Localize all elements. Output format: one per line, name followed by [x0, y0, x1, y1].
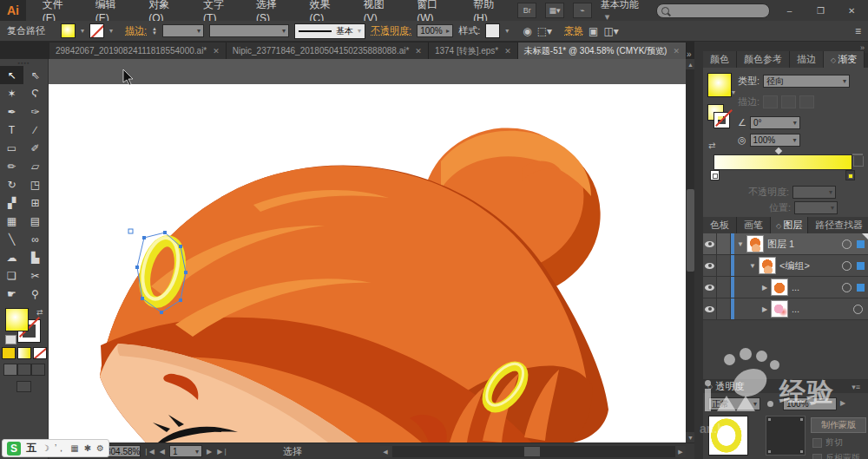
document-tab[interactable]: 29842067_20190824111818554000.ai*✕: [49, 43, 227, 59]
layer-name[interactable]: <编组>: [779, 259, 810, 272]
minimize-button[interactable]: –: [779, 3, 801, 17]
opacity-spinner-icon[interactable]: ▶: [840, 399, 845, 407]
eyedropper-tool[interactable]: ╲: [0, 230, 23, 248]
slice-tool[interactable]: ✂: [23, 266, 47, 285]
tab-swatches[interactable]: 色板: [703, 217, 737, 233]
gradient-stop-end[interactable]: [845, 170, 855, 180]
rectangle-tool[interactable]: ▭: [0, 139, 23, 157]
layer-thumbnail[interactable]: [759, 257, 776, 274]
swap-fill-stroke-icon[interactable]: ⇄: [36, 308, 43, 317]
stroke-within-icon[interactable]: [763, 95, 778, 108]
select-similar-icon[interactable]: ⬚▾: [537, 25, 552, 37]
gradient-angle-field[interactable]: 0°▾: [750, 116, 800, 129]
last-artboard-icon[interactable]: ▶❘: [214, 448, 231, 456]
eraser-tool[interactable]: ▱: [23, 157, 47, 175]
layer-thumbnail[interactable]: [771, 279, 788, 296]
artboard-navigation-field[interactable]: 1▾: [169, 445, 202, 457]
first-artboard-icon[interactable]: ❘◀: [141, 448, 157, 456]
perspective-grid-tool[interactable]: ⊞: [23, 193, 47, 212]
color-button[interactable]: [2, 347, 16, 359]
make-mask-button[interactable]: 制作蒙版: [811, 417, 866, 433]
ime-fullhalf-icon[interactable]: ☽: [42, 443, 49, 453]
expand-open-icon[interactable]: ▼: [748, 262, 757, 270]
invert-mask-checkbox[interactable]: 反相蒙版: [812, 452, 860, 459]
blend-tool[interactable]: ∞: [23, 230, 47, 248]
stroke-weight-stepper[interactable]: ▲▼: [152, 27, 157, 36]
artwork-girl-head[interactable]: [49, 59, 686, 443]
object-thumbnail[interactable]: [708, 416, 748, 456]
target-circle-icon[interactable]: [842, 283, 852, 292]
transparency-opacity-field[interactable]: 100%: [783, 397, 837, 410]
document-tab-active[interactable]: 未标题-51* @ 304.58% (CMYK/预览)✕: [518, 43, 687, 59]
gradient-swatch-dropdown-icon[interactable]: ▾: [732, 89, 735, 96]
transparency-panel-header[interactable]: 透明度 ▾≡: [703, 380, 868, 393]
ime-toolbar[interactable]: S 五 ☽ ’， ▦ ✱ ⚙: [2, 439, 109, 457]
visibility-eye-icon[interactable]: [703, 298, 717, 319]
gradient-midpoint-icon[interactable]: [775, 148, 782, 154]
style-dropdown-icon[interactable]: ▾: [505, 27, 509, 35]
lasso-tool[interactable]: Ϛ: [23, 84, 47, 102]
magic-wand-tool[interactable]: ✶: [0, 84, 23, 102]
recolor-artwork-icon[interactable]: ◉: [523, 25, 531, 37]
selection-square[interactable]: [857, 240, 865, 248]
close-button[interactable]: ✕: [840, 3, 863, 17]
selection-square[interactable]: [857, 262, 865, 270]
pencil-tool[interactable]: ✏: [0, 157, 23, 175]
stroke-color-swatch[interactable]: [89, 23, 104, 38]
close-tab-icon[interactable]: ✕: [673, 47, 680, 56]
workspace-switcher[interactable]: 基本功能: [601, 0, 648, 23]
tab-color-guide[interactable]: 颜色参考: [737, 51, 790, 68]
fill-swatch[interactable]: [5, 308, 29, 331]
align-horizontal-icon[interactable]: ▣: [589, 25, 598, 37]
expand-open-icon[interactable]: ▼: [736, 240, 745, 248]
fill-color-swatch[interactable]: [61, 23, 76, 38]
direct-selection-tool[interactable]: ⇖: [23, 66, 47, 84]
transform-link[interactable]: 变换: [564, 24, 583, 37]
target-circle-icon[interactable]: [853, 305, 863, 314]
blend-mode-dropdown[interactable]: 正常▾: [708, 397, 760, 410]
gradient-slider-bar[interactable]: [713, 154, 852, 170]
delete-stop-icon[interactable]: [853, 156, 864, 167]
panel-menu-icon[interactable]: ▾≡: [865, 56, 868, 68]
layer-name[interactable]: ...: [792, 282, 799, 292]
stroke-panel-link[interactable]: 描边:: [125, 24, 147, 37]
line-segment-tool[interactable]: ∕: [23, 121, 47, 139]
clip-checkbox[interactable]: 剪切: [812, 436, 843, 449]
layer-name[interactable]: 图层 1: [767, 238, 794, 251]
panel-menu-icon[interactable]: ▾≡: [848, 381, 864, 393]
horizontal-scrollbar[interactable]: ◀ ▶: [392, 446, 684, 457]
target-circle-icon[interactable]: [842, 261, 852, 271]
tab-stroke[interactable]: 描边: [790, 51, 824, 68]
draw-behind-mode-button[interactable]: [17, 364, 31, 376]
layer-row-4[interactable]: ▶ ...: [703, 298, 868, 320]
opacity-field[interactable]: 100%▸: [417, 24, 453, 37]
prev-artboard-icon[interactable]: ◀: [157, 448, 168, 456]
ime-mode-label[interactable]: 五: [26, 441, 36, 456]
layer-row-2[interactable]: ▼ <编组>: [703, 255, 868, 277]
expand-closed-icon[interactable]: ▶: [760, 305, 769, 313]
bridge-icon[interactable]: Br: [517, 3, 536, 18]
style-swatch[interactable]: [485, 23, 500, 38]
visibility-eye-icon[interactable]: [703, 255, 717, 276]
pen-tool[interactable]: ✒: [0, 102, 23, 121]
layer-thumbnail[interactable]: [771, 300, 788, 318]
stroke-weight-field[interactable]: ▾: [162, 24, 204, 37]
type-tool[interactable]: T: [0, 121, 23, 139]
fill-dropdown-icon[interactable]: ▾: [81, 27, 84, 35]
gradient-aspect-field[interactable]: 100%▾: [750, 134, 800, 147]
gradient-stop-start[interactable]: [710, 170, 720, 180]
gradient-type-dropdown[interactable]: 径向▾: [763, 75, 850, 88]
draw-normal-mode-button[interactable]: [3, 364, 17, 376]
close-tab-icon[interactable]: ✕: [415, 47, 422, 56]
arrange-documents-icon[interactable]: ▦▾: [545, 3, 564, 18]
close-tab-icon[interactable]: ✕: [504, 47, 511, 56]
graph-tool[interactable]: ▙: [23, 248, 47, 266]
scroll-left-icon[interactable]: ◀: [380, 446, 391, 457]
mini-stroke-swatch[interactable]: [714, 113, 729, 128]
artboard-tool[interactable]: ❏: [0, 266, 23, 285]
scroll-right-icon[interactable]: ▶: [675, 446, 686, 457]
stroke-dropdown-icon[interactable]: ▾: [109, 27, 113, 35]
canvas[interactable]: [49, 59, 686, 443]
ime-settings-icon[interactable]: ⚙: [96, 443, 104, 453]
gradient-fill-swatch[interactable]: [707, 73, 732, 97]
